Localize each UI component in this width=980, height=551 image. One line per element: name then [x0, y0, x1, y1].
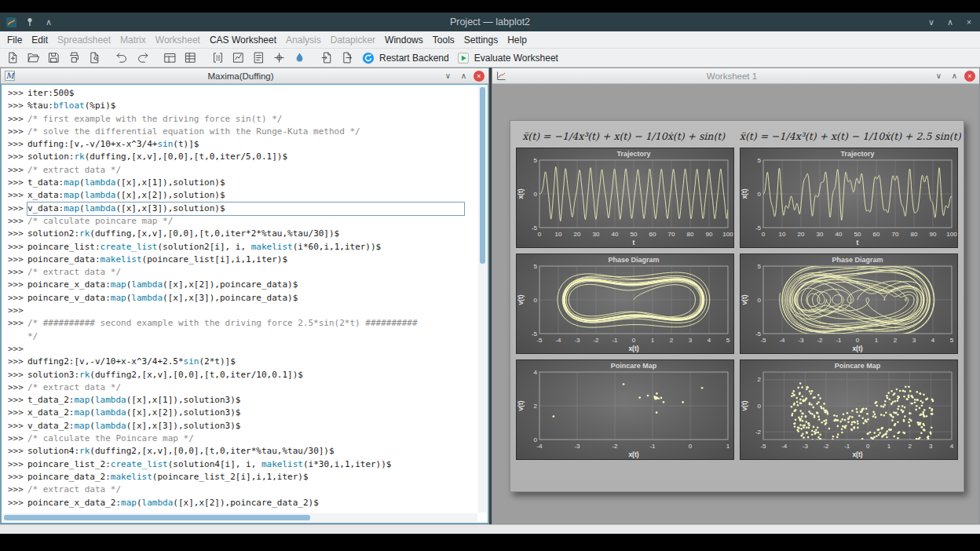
- console-line[interactable]: >>>solution2:rk(duffing,[x,v],[0,0],[t,0…: [8, 228, 477, 240]
- console-line[interactable]: >>>iter:500$: [8, 87, 477, 100]
- console-line[interactable]: >>>/* solve the differential equation wi…: [8, 126, 477, 138]
- console-line[interactable]: >>>poincare_v_data:map(lambda([x],x[3]),…: [8, 292, 477, 305]
- console-vertical-scrollbar-thumb[interactable]: [480, 87, 485, 264]
- new-note-button[interactable]: [249, 49, 269, 67]
- console-line[interactable]: >>>t_data_2:map(lambda([x],x[1]),solutio…: [8, 394, 477, 407]
- worksheet-page[interactable]: ẍ(t) = −1/4x³(t) + x(t) − 1/10ẋ(t) + sin…: [510, 120, 964, 492]
- console-code[interactable]: /* solve the differential equation with …: [27, 126, 360, 137]
- plot-phase-diagram-1[interactable]: Phase Diagram-5-4-3-2-1012345-505x(t)v(t…: [516, 254, 734, 354]
- console-line[interactable]: >>>poincare_list_2:create_list(solution4…: [8, 458, 477, 471]
- save-button[interactable]: [44, 49, 64, 67]
- new-workbook-button[interactable]: [160, 49, 180, 67]
- shade-icon[interactable]: ∧: [42, 16, 55, 28]
- new-datapicker-button[interactable]: [269, 49, 289, 67]
- console-code[interactable]: v_data_2:map(lambda([x],x[3]),solution3)…: [27, 421, 241, 431]
- cas-close-icon[interactable]: ×: [474, 71, 485, 82]
- new-matrix-button[interactable]: [208, 49, 228, 67]
- console-code[interactable]: duffing2:[v,-v/10+x-x^3/4+2.5*sin(2*t)]$: [27, 356, 236, 367]
- worksheet-minimize-icon[interactable]: ∨: [933, 70, 945, 82]
- console-line[interactable]: >>>poincare_list:create_list(solution2[i…: [8, 241, 477, 254]
- menu-item-file[interactable]: File: [2, 32, 27, 48]
- console-code[interactable]: duffing:[v,-v/10+x-x^3/4+sin(t)]$: [27, 139, 199, 149]
- window-titlebar[interactable]: ∧ Project — labplot2 ∨ ∧ ×: [0, 13, 980, 31]
- console-code[interactable]: solution4:rk(duffing2,[x,v],[0,0],[t,0,i…: [27, 446, 335, 456]
- worksheet-view[interactable]: ẍ(t) = −1/4x³(t) + x(t) − 1/10ẋ(t) + sin…: [492, 84, 979, 524]
- console-code[interactable]: solution3:rk(duffing2,[x,v],[0,0],[t,0,i…: [27, 370, 303, 380]
- menu-item-windows[interactable]: Windows: [380, 32, 428, 48]
- console-line[interactable]: >>>poincare_x_data:map(lambda([x],x[2]),…: [8, 279, 477, 291]
- console-code[interactable]: x_data_2:map(lambda([x],x[2]),solution3)…: [27, 407, 241, 418]
- console-code[interactable]: x_data:map(lambda([x],x[2]),solution)$: [27, 190, 225, 200]
- console-line[interactable]: >>>: [8, 343, 477, 356]
- console-code[interactable]: /* calculate poincare map */: [27, 216, 173, 226]
- console-line[interactable]: >>>duffing2:[v,-v/10+x-x^3/4+2.5*sin(2*t…: [8, 356, 477, 368]
- cas-minimize-icon[interactable]: ∨: [442, 70, 454, 82]
- cas-window-titlebar[interactable]: M Maxima(Duffing) ∨ ∧ ×: [1, 68, 488, 84]
- console-code[interactable]: poincare_x_data_2:map(lambda([x],x[2]),p…: [27, 498, 319, 508]
- new-spreadsheet-button[interactable]: [181, 49, 200, 67]
- plot-poincare-map-1[interactable]: Poincare Map-4-3-2-101024x(t)v(t): [516, 359, 734, 460]
- console-line[interactable]: >>>poincare_data_2:makelist(poincare_lis…: [8, 471, 477, 483]
- worksheet-window[interactable]: Worksheet 1 ∨ ∧ × ẍ(t) = −1/4x³(t) + x(t…: [492, 68, 980, 524]
- app-icon[interactable]: [5, 16, 17, 28]
- console-code[interactable]: /* calculate the Poincare map */: [27, 433, 194, 443]
- console-code[interactable]: poincare_v_data:map(lambda([x],x[3]),poi…: [27, 293, 298, 303]
- cas-maximize-icon[interactable]: ∧: [458, 70, 470, 82]
- console-code[interactable]: poincare_list:create_list(solution2[i], …: [27, 242, 381, 252]
- menu-item-cas-worksheet[interactable]: CAS Worksheet: [205, 32, 281, 48]
- print-button[interactable]: [64, 49, 84, 67]
- console-line[interactable]: >>>/* extract data */: [8, 164, 477, 177]
- export-data-button[interactable]: [338, 49, 357, 67]
- console-code[interactable]: */: [27, 331, 38, 341]
- console-code[interactable]: /* extract data */: [27, 165, 121, 175]
- console-code[interactable]: solution2:rk(duffing,[x,v],[0,0],[t,0,it…: [27, 228, 339, 239]
- console-code[interactable]: /* extract data */: [27, 484, 121, 494]
- console-code[interactable]: iter:500$: [27, 88, 75, 98]
- console-code[interactable]: /* first example with the driving force …: [27, 114, 283, 124]
- minimize-icon[interactable]: ∨: [925, 16, 938, 28]
- console-line[interactable]: >>>/* extract data */: [8, 381, 477, 394]
- plot-phase-diagram-2[interactable]: Phase Diagram-5-4-3-2-1012345-505x(t)v(t…: [740, 254, 958, 354]
- console-code[interactable]: poincare_list_2:create_list(solution4[i]…: [27, 459, 392, 469]
- console-code[interactable]: %tau:bfloat(%pi)$: [27, 100, 116, 111]
- menu-item-settings[interactable]: Settings: [459, 32, 503, 48]
- new-worksheet-button[interactable]: [229, 49, 248, 67]
- print-preview-button[interactable]: [85, 49, 104, 67]
- console-code[interactable]: poincare_data:makelist(poincare_list[i],…: [27, 254, 287, 265]
- console-line[interactable]: >>>%tau:bfloat(%pi)$: [8, 100, 477, 112]
- console-code[interactable]: t_data:map(lambda([x],x[1]),solution)$: [27, 177, 225, 188]
- console-line[interactable]: >>>duffing:[v,-v/10+x-x^3/4+sin(t)]$: [8, 138, 477, 151]
- worksheet-close-icon[interactable]: ×: [964, 71, 975, 82]
- cas-console[interactable]: >>>iter:500$>>>%tau:bfloat(%pi)$>>>/* fi…: [2, 86, 477, 513]
- console-code[interactable]: /* ########## second example with the dr…: [27, 318, 418, 328]
- pin-icon[interactable]: [24, 16, 36, 28]
- console-horizontal-scrollbar[interactable]: [2, 513, 477, 522]
- console-line[interactable]: >>>poincare_data:makelist(poincare_list[…: [8, 254, 477, 266]
- worksheet-window-titlebar[interactable]: Worksheet 1 ∨ ∧ ×: [492, 68, 979, 84]
- console-line[interactable]: >>>/* ########## second example with the…: [8, 317, 477, 330]
- console-line[interactable]: >>>poincare_x_data_2:map(lambda([x],x[2]…: [8, 497, 477, 509]
- console-line[interactable]: >>>solution:rk(duffing,[x,v],[0,0],[t,0,…: [8, 151, 477, 163]
- console-vertical-scrollbar[interactable]: [478, 86, 487, 513]
- import-data-button[interactable]: [317, 49, 337, 67]
- console-code[interactable]: solution:rk(duffing,[x,v],[0,0],[t,0,ite…: [27, 151, 287, 162]
- console-line[interactable]: >>>/* extract data */: [8, 266, 477, 279]
- open-file-button[interactable]: [24, 49, 43, 67]
- maximize-icon[interactable]: ∧: [944, 16, 956, 28]
- console-line[interactable]: >>>/* extract data */: [8, 483, 477, 496]
- console-code[interactable]: /* extract data */: [27, 267, 121, 277]
- close-icon[interactable]: ×: [963, 16, 975, 28]
- menu-item-tools[interactable]: Tools: [428, 32, 459, 48]
- plot-poincare-map-2[interactable]: Poincare Map-5-4-3-2-101234-202x(t)v(t): [740, 359, 958, 460]
- console-line[interactable]: >>>x_data:map(lambda([x],x[2]),solution)…: [8, 189, 477, 202]
- console-line[interactable]: >>>v_data:map(lambda([x],x[3]),solution)…: [8, 203, 477, 215]
- restart-backend-button[interactable]: Restart Backend: [358, 49, 452, 67]
- console-line[interactable]: >>>x_data_2:map(lambda([x],x[2]),solutio…: [8, 407, 477, 419]
- undo-button[interactable]: [112, 49, 132, 67]
- console-line[interactable]: >>>t_data:map(lambda([x],x[1]),solution)…: [8, 177, 477, 189]
- console-code[interactable]: /* extract data */: [27, 382, 121, 392]
- console-horizontal-scrollbar-thumb[interactable]: [4, 515, 310, 520]
- console-line[interactable]: >>>: [8, 305, 477, 317]
- plot-trajectory-2[interactable]: Trajectory0102030405060708090100-505tx(t…: [740, 148, 958, 248]
- console-code[interactable]: poincare_x_data:map(lambda([x],x[2]),poi…: [27, 279, 298, 290]
